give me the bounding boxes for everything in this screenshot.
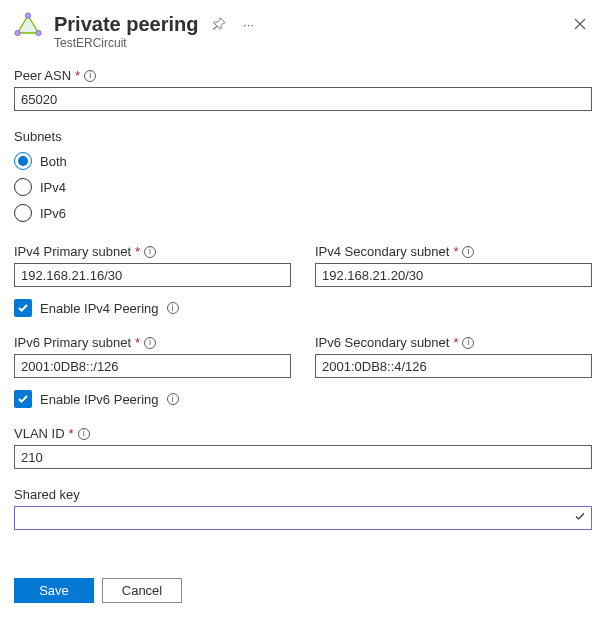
peer-asn-label: Peer ASN	[14, 68, 71, 83]
info-icon[interactable]: i	[167, 302, 179, 314]
info-icon[interactable]: i	[78, 428, 90, 440]
required-marker: *	[453, 244, 458, 259]
vlan-id-field[interactable]	[14, 445, 592, 469]
ipv6-secondary-label: IPv6 Secondary subnet	[315, 335, 449, 350]
required-marker: *	[75, 68, 80, 83]
enable-ipv6-checkbox[interactable]	[14, 390, 32, 408]
subnets-radio-ipv6[interactable]: IPv6	[14, 200, 592, 226]
shared-key-field[interactable]	[14, 506, 592, 530]
ipv4-primary-label: IPv4 Primary subnet	[14, 244, 131, 259]
subnets-radio-group: Both IPv4 IPv6	[14, 148, 592, 226]
required-marker: *	[69, 426, 74, 441]
ipv6-secondary-field[interactable]	[315, 354, 592, 378]
ipv6-primary-label: IPv6 Primary subnet	[14, 335, 131, 350]
more-icon[interactable]: ···	[239, 14, 259, 34]
save-button[interactable]: Save	[14, 578, 94, 603]
svg-point-2	[36, 30, 41, 35]
pin-icon[interactable]	[209, 14, 229, 34]
required-marker: *	[135, 244, 140, 259]
info-icon[interactable]: i	[84, 70, 96, 82]
peering-logo	[14, 12, 42, 40]
blade-header: Private peering ··· TestERCircuit	[14, 12, 592, 50]
enable-ipv4-label: Enable IPv4 Peering	[40, 301, 159, 316]
ipv4-secondary-field[interactable]	[315, 263, 592, 287]
page-title: Private peering	[54, 13, 199, 36]
info-icon[interactable]: i	[144, 337, 156, 349]
subnets-label: Subnets	[14, 129, 62, 144]
ipv6-primary-field[interactable]	[14, 354, 291, 378]
vlan-id-label: VLAN ID	[14, 426, 65, 441]
info-icon[interactable]: i	[462, 337, 474, 349]
subnets-radio-ipv4[interactable]: IPv4	[14, 174, 592, 200]
required-marker: *	[135, 335, 140, 350]
peer-asn-field[interactable]	[14, 87, 592, 111]
svg-point-3	[15, 30, 20, 35]
enable-ipv6-label: Enable IPv6 Peering	[40, 392, 159, 407]
shared-key-label: Shared key	[14, 487, 80, 502]
close-icon[interactable]	[568, 12, 592, 36]
enable-ipv4-checkbox[interactable]	[14, 299, 32, 317]
info-icon[interactable]: i	[462, 246, 474, 258]
info-icon[interactable]: i	[144, 246, 156, 258]
radio-label: IPv4	[40, 180, 66, 195]
ipv4-secondary-label: IPv4 Secondary subnet	[315, 244, 449, 259]
info-icon[interactable]: i	[167, 393, 179, 405]
svg-point-1	[25, 13, 30, 18]
radio-label: Both	[40, 154, 67, 169]
cancel-button[interactable]: Cancel	[102, 578, 182, 603]
ipv4-primary-field[interactable]	[14, 263, 291, 287]
subtitle: TestERCircuit	[54, 36, 592, 50]
subnets-radio-both[interactable]: Both	[14, 148, 592, 174]
radio-label: IPv6	[40, 206, 66, 221]
required-marker: *	[453, 335, 458, 350]
